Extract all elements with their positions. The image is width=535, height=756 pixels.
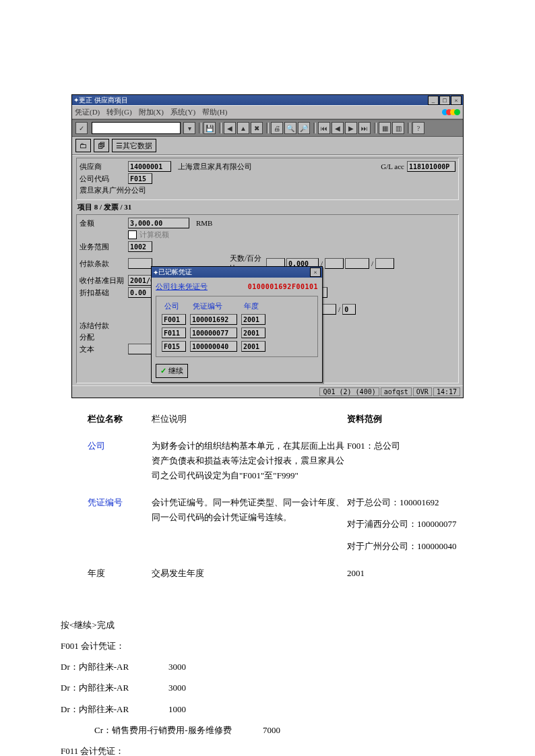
- freeze-label: 冻结付款: [80, 321, 128, 331]
- gl-value[interactable]: 118101000P: [407, 161, 455, 172]
- amount-label: 金额: [80, 218, 128, 228]
- exit-icon[interactable]: ▲: [237, 122, 249, 134]
- supplier-name: 上海震旦家具有限公司: [178, 162, 252, 172]
- field-definition-table: 栏位名称 栏位说明 资料范例 公司 为财务会计的组织结构基本单元，在其层面上出具…: [88, 412, 492, 581]
- menu-goto[interactable]: 转到(G): [106, 107, 131, 117]
- text-label: 文本: [80, 344, 128, 354]
- cc-label: 公司代码: [80, 174, 128, 184]
- sap-logo: [442, 109, 460, 115]
- intercompany-value: 0100001692F00101: [248, 283, 318, 290]
- command-field[interactable]: [92, 122, 181, 134]
- layout-icon[interactable]: ▦: [379, 122, 391, 134]
- menu-extra[interactable]: 附加(X): [139, 107, 164, 117]
- menu-system[interactable]: 系统(Y): [170, 107, 195, 117]
- toolbar: ✓ ▾ 💾 ◀ ▲ ✖ 🖨 🔍 🔎 ⏮ ◀ ▶ ⏭ ▦ ▥ ?: [72, 119, 463, 137]
- findnext-icon[interactable]: 🔎: [298, 122, 310, 134]
- taxcalc-checkbox[interactable]: [128, 230, 137, 239]
- modal-icon: ✦: [153, 269, 158, 276]
- app-toolbar: 🗀 🗐 ☰ 其它数据: [72, 137, 463, 155]
- icon-btn-2[interactable]: 🗐: [94, 139, 109, 152]
- dropdown-icon[interactable]: ▾: [183, 122, 195, 134]
- icon-btn-1[interactable]: 🗀: [75, 139, 91, 152]
- bizarea-label: 业务范围: [80, 242, 128, 252]
- base-label: 收付基准日期: [80, 276, 128, 286]
- document-text: 按<继续>完成 F001 会计凭证： Dr：内部往来-AR3000 Dr：内部往…: [61, 615, 535, 756]
- status-server: aofqst: [381, 387, 412, 396]
- first-icon[interactable]: ⏮: [318, 122, 330, 134]
- taxcalc-label: 计算税额: [139, 230, 169, 240]
- titlebar: ✦ 更正 供应商项目 _ □ ×: [72, 95, 463, 105]
- bizarea-input[interactable]: 1002: [128, 241, 152, 252]
- other-data-button[interactable]: ☰ 其它数据: [112, 139, 156, 152]
- status-session: Q01 (2) (400): [319, 387, 379, 396]
- disc-label: 折扣基础: [80, 288, 128, 298]
- save-icon[interactable]: 💾: [203, 122, 216, 134]
- cc-value[interactable]: F015: [128, 173, 152, 184]
- gl-label: G/L acc: [381, 162, 404, 170]
- continue-button[interactable]: ✓继续: [156, 364, 188, 378]
- days-3[interactable]: [345, 258, 369, 269]
- table-row: F0151000000402001: [160, 340, 267, 352]
- statusbar: Q01 (2) (400) aofqst OVR 14:17: [72, 385, 463, 398]
- voucher-table: 公司凭证编号年度 F0011000016922001 F011100000077…: [159, 299, 268, 354]
- menu-help[interactable]: 帮助(H): [202, 107, 227, 117]
- minimize-button[interactable]: _: [428, 96, 439, 105]
- layout2-icon[interactable]: ▥: [392, 122, 404, 134]
- header-box: 供应商 14000001 上海震旦家具有限公司 G/L acc 11810100…: [76, 158, 459, 200]
- maximize-button[interactable]: □: [439, 96, 450, 105]
- close-button[interactable]: ×: [451, 96, 462, 105]
- back-icon[interactable]: ◀: [224, 122, 236, 134]
- find-icon[interactable]: 🔍: [284, 122, 296, 134]
- window-title: 更正 供应商项目: [79, 96, 427, 105]
- currency: RMB: [196, 219, 212, 227]
- posted-voucher-dialog: ✦ 已记帐凭证 × 公司往来凭证号 0100001692F00101 公司凭证编…: [151, 266, 323, 383]
- payterm-input[interactable]: [128, 258, 152, 269]
- supplier-code[interactable]: 14000001: [128, 161, 171, 172]
- alloc-label: 分配: [80, 332, 128, 342]
- cancel-icon[interactable]: ✖: [251, 122, 263, 134]
- enter-icon[interactable]: ✓: [75, 122, 88, 134]
- payterm-label: 付款条款: [80, 259, 128, 269]
- amount-input[interactable]: 3,000.00: [128, 218, 189, 228]
- next-icon[interactable]: ▶: [345, 122, 357, 134]
- last-icon[interactable]: ⏭: [358, 122, 371, 134]
- sap-window: ✦ 更正 供应商项目 _ □ × 凭证(D) 转到(G) 附加(X) 系统(Y)…: [71, 94, 464, 398]
- window-icon: ✦: [73, 96, 79, 104]
- table-row: F0011000016922001: [160, 313, 267, 325]
- table-row: F0111000000772001: [160, 327, 267, 339]
- supplier-label: 供应商: [80, 162, 128, 172]
- help-icon[interactable]: ?: [412, 122, 424, 134]
- menubar: 凭证(D) 转到(G) 附加(X) 系统(Y) 帮助(H): [72, 105, 463, 119]
- status-ovr: OVR: [413, 387, 432, 396]
- days-2[interactable]: [325, 258, 344, 269]
- prev-icon[interactable]: ◀: [332, 122, 344, 134]
- intercompany-link[interactable]: 公司往来凭证号: [156, 282, 208, 292]
- cc-name: 震旦家具广州分公司: [80, 185, 146, 195]
- modal-close[interactable]: ×: [310, 267, 321, 277]
- item-header: 项目 8 / 发票 / 31: [77, 201, 131, 212]
- menu-doc[interactable]: 凭证(D): [75, 107, 100, 117]
- modal-title: 已记帐凭证: [158, 267, 192, 277]
- invref-3[interactable]: 0: [342, 304, 356, 315]
- days-4[interactable]: [375, 258, 394, 269]
- status-time: 14:17: [433, 387, 460, 396]
- print-icon[interactable]: 🖨: [271, 122, 283, 134]
